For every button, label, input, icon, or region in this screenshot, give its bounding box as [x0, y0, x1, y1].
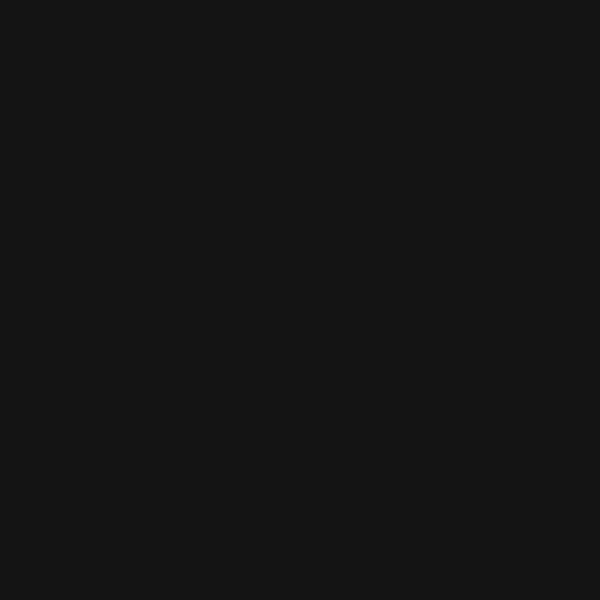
x-axis [0, 402, 600, 414]
header-line2 [2, 13, 17, 25]
chart-app [0, 0, 600, 600]
header-line1 [2, 1, 37, 13]
chart-canvas[interactable] [0, 0, 600, 600]
